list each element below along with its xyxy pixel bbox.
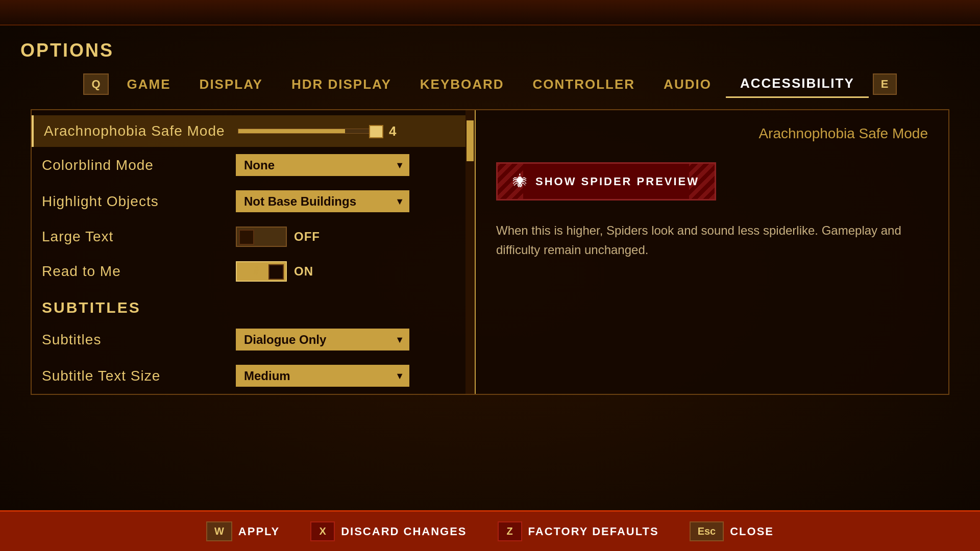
description-title: Arachnophobia Safe Mode bbox=[496, 126, 928, 142]
show-spider-preview-button[interactable]: 🕷 SHOW SPIDER PREVIEW bbox=[496, 162, 716, 201]
spider-icon: 🕷 bbox=[513, 173, 527, 190]
highlight-objects-dropdown[interactable]: Not Base Buildings All Objects None bbox=[236, 190, 409, 212]
spider-btn-text: SHOW SPIDER PREVIEW bbox=[535, 175, 699, 188]
tab-game[interactable]: GAME bbox=[113, 71, 185, 97]
discard-key: X bbox=[310, 521, 335, 541]
large-text-toggle-container: OFF bbox=[236, 227, 320, 247]
read-to-me-toggle-container: ON bbox=[236, 261, 313, 282]
setting-large-text: Large Text OFF bbox=[32, 219, 475, 254]
scroll-bar[interactable] bbox=[465, 110, 475, 394]
factory-key: Z bbox=[498, 521, 522, 541]
large-text-toggle[interactable] bbox=[236, 227, 287, 247]
description-text: When this is higher, Spiders look and so… bbox=[496, 221, 928, 260]
close-action[interactable]: Esc CLOSE bbox=[690, 521, 774, 541]
arachnophobia-value: 4 bbox=[389, 123, 404, 139]
arachnophobia-slider-fill bbox=[238, 129, 345, 133]
subtitle-size-dropdown[interactable]: Medium Small Large bbox=[236, 365, 409, 387]
setting-subtitle-text-size: Subtitle Text Size Medium Small Large ▼ bbox=[32, 358, 475, 394]
close-label: CLOSE bbox=[730, 525, 774, 538]
nav-tabs: Q GAME DISPLAY HDR DISPLAY KEYBOARD CONT… bbox=[0, 70, 980, 98]
large-text-value: OFF bbox=[294, 230, 320, 244]
tab-keyboard[interactable]: KEYBOARD bbox=[406, 71, 519, 97]
arachnophobia-slider-thumb[interactable] bbox=[369, 125, 383, 138]
read-to-me-toggle[interactable] bbox=[236, 261, 287, 282]
setting-read-to-me: Read to Me ON bbox=[32, 254, 475, 289]
read-to-me-value: ON bbox=[294, 264, 313, 279]
subtitles-header-label: SUBTITLES bbox=[32, 289, 475, 321]
read-to-me-label: Read to Me bbox=[42, 263, 236, 280]
arachnophobia-slider-container[interactable]: 4 bbox=[238, 123, 459, 139]
factory-label: FACTORY DEFAULTS bbox=[528, 525, 659, 538]
page-title: OPTIONS bbox=[0, 26, 980, 70]
tab-display[interactable]: DISPLAY bbox=[185, 71, 277, 97]
large-text-label: Large Text bbox=[42, 229, 236, 245]
read-to-me-toggle-knob bbox=[268, 264, 284, 280]
top-bar bbox=[0, 0, 980, 26]
tab-audio[interactable]: AUDIO bbox=[649, 71, 726, 97]
tab-controller[interactable]: CONTROLLER bbox=[519, 71, 650, 97]
scroll-thumb[interactable] bbox=[467, 120, 474, 161]
highlight-objects-label: Highlight Objects bbox=[42, 193, 236, 210]
close-key: Esc bbox=[690, 521, 724, 541]
subtitle-text-size-label: Subtitle Text Size bbox=[42, 368, 236, 384]
colorblind-dropdown-wrapper[interactable]: None Protanopia Deuteranopia Tritanopia … bbox=[236, 154, 409, 176]
colorblind-dropdown[interactable]: None Protanopia Deuteranopia Tritanopia bbox=[236, 154, 409, 176]
subtitles-dropdown[interactable]: Dialogue Only All Off bbox=[236, 329, 409, 350]
discard-label: DISCARD CHANGES bbox=[341, 525, 467, 538]
setting-subtitles: Subtitles Dialogue Only All Off ▼ bbox=[32, 321, 475, 358]
subtitles-dropdown-wrapper[interactable]: Dialogue Only All Off ▼ bbox=[236, 329, 409, 350]
discard-action[interactable]: X DISCARD CHANGES bbox=[310, 521, 467, 541]
subtitles-section-header: SUBTITLES bbox=[32, 289, 475, 321]
description-panel: Arachnophobia Safe Mode 🕷 SHOW SPIDER PR… bbox=[476, 110, 948, 394]
bottom-bar: W APPLY X DISCARD CHANGES Z FACTORY DEFA… bbox=[0, 510, 980, 551]
colorblind-label: Colorblind Mode bbox=[42, 157, 236, 173]
tab-accessibility[interactable]: ACCESSIBILITY bbox=[726, 70, 869, 98]
subtitle-size-dropdown-wrapper[interactable]: Medium Small Large ▼ bbox=[236, 365, 409, 387]
subtitles-label: Subtitles bbox=[42, 332, 236, 348]
apply-key: W bbox=[206, 521, 232, 541]
settings-panel: Arachnophobia Safe Mode 4 Colorblind Mod… bbox=[32, 110, 476, 394]
highlight-objects-dropdown-wrapper[interactable]: Not Base Buildings All Objects None ▼ bbox=[236, 190, 409, 212]
setting-arachnophobia[interactable]: Arachnophobia Safe Mode 4 bbox=[32, 115, 475, 147]
nav-key-q[interactable]: Q bbox=[83, 73, 108, 95]
factory-defaults-action[interactable]: Z FACTORY DEFAULTS bbox=[498, 521, 659, 541]
apply-action[interactable]: W APPLY bbox=[206, 521, 280, 541]
large-text-toggle-knob bbox=[239, 230, 254, 245]
arachnophobia-slider-track[interactable] bbox=[238, 129, 381, 134]
tab-hdr-display[interactable]: HDR DISPLAY bbox=[277, 71, 406, 97]
main-content: Arachnophobia Safe Mode 4 Colorblind Mod… bbox=[31, 109, 949, 395]
setting-colorblind: Colorblind Mode None Protanopia Deuteran… bbox=[32, 147, 475, 183]
apply-label: APPLY bbox=[238, 525, 280, 538]
nav-key-e[interactable]: E bbox=[873, 73, 897, 95]
setting-highlight-objects: Highlight Objects Not Base Buildings All… bbox=[32, 183, 475, 219]
arachnophobia-label: Arachnophobia Safe Mode bbox=[44, 123, 238, 139]
